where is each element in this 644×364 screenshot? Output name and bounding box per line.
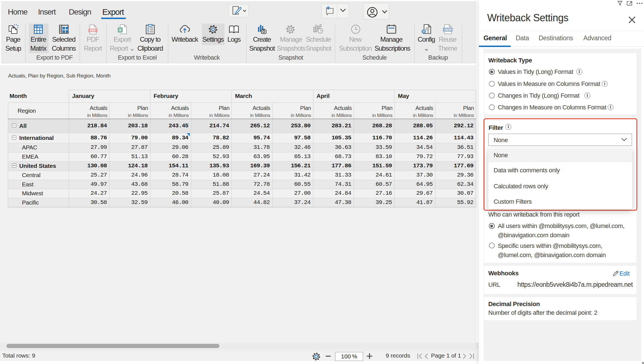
svg-text:PDF: PDF — [90, 29, 96, 32]
svg-text:JSON: JSON — [444, 28, 451, 31]
svg-text:X: X — [119, 28, 122, 32]
